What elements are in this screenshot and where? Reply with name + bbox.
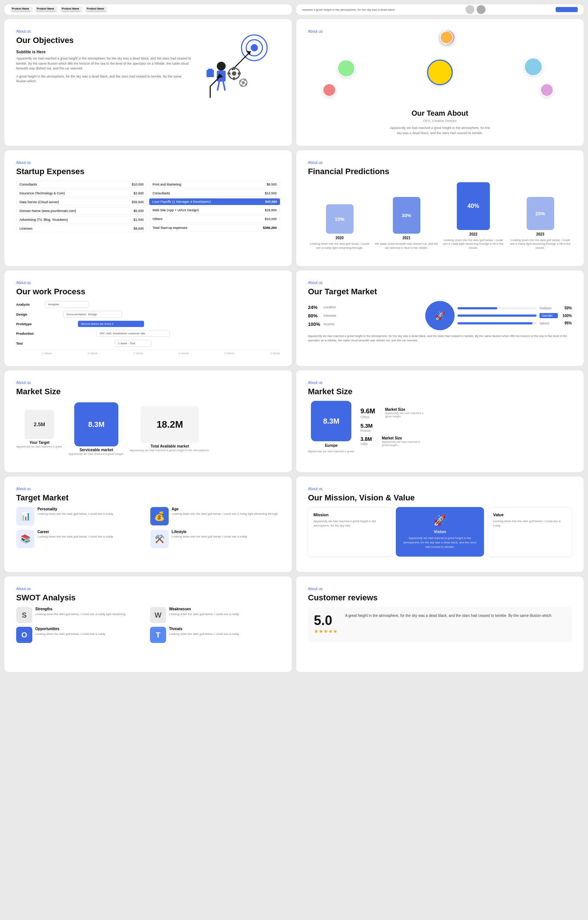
target-market-2-card: About us Target Market 📊 Personality Loo… (5, 476, 292, 572)
ms1-total-desc: Apparently we had reached a great height… (130, 448, 210, 452)
svg-point-16 (241, 81, 246, 85)
expense-item: Licenses$8,600 (16, 225, 147, 232)
work-process-card: About us Our work Process Analysis Analy… (5, 270, 292, 366)
metric-hobbies: Hobbies 50% (458, 306, 572, 310)
market-size-1-card: About us Market Size 2.5M Your Target Ap… (5, 370, 292, 472)
process-row-design: Design Documentation, Design (16, 311, 280, 318)
tm2-age: 💰 Age Looking down into the dark gulf be… (150, 507, 280, 525)
svg-rect-22 (207, 70, 214, 77)
age-icon: 💰 (150, 507, 169, 525)
svg-rect-11 (233, 67, 235, 70)
ms2-india-country: India (361, 442, 372, 445)
team-subtitle: CEO, Creative Director (308, 119, 572, 123)
career-icon: 📚 (16, 530, 34, 548)
swot-weaknesses: W Weaknesses Looking down the dark gulf … (150, 607, 280, 623)
product-name-2: Product Name (37, 7, 56, 10)
team-card: About us Our Team About CEO, Creative Di… (296, 19, 583, 146)
ms2-market-label2: Market Size (382, 436, 422, 440)
fin-bar-2021: 30% 2021 the sable cloud beneath was dis… (375, 197, 438, 250)
product-name-1: Product Name (12, 7, 31, 10)
market-size-2-card: About us Market Size 8.3M Europe Apparen… (296, 370, 583, 472)
svg-line-8 (223, 81, 225, 90)
timeline-4: 4 Week (179, 351, 189, 355)
expense-item: Consultants$13,500 (149, 190, 280, 197)
swot-card: About us SWOT Analysis S Strengths Looki… (5, 577, 292, 672)
expense-item: Consultants$10,000 (16, 181, 147, 188)
target-desc: Apparently we had reached a great height… (308, 334, 572, 343)
objectives-card: About us Our Objectives Subtitle is Here… (5, 19, 292, 146)
ms1-title: Market Size (16, 387, 280, 397)
ms2-russia-country: Russia (361, 429, 373, 432)
s-letter: S (16, 607, 32, 623)
ms1-serviceable-label: Serviceable market (80, 448, 113, 452)
objectives-about-label: About us (16, 29, 192, 34)
svg-rect-13 (227, 72, 230, 75)
review-item: 5.0 ★★★★★ A great height in the atmosphe… (308, 607, 572, 642)
svg-rect-12 (233, 77, 235, 80)
expense-item: Web Site (App + UI/UX Design)$29,800 (149, 206, 280, 214)
ms1-serviceable-box: 8.3M (74, 402, 118, 446)
vision-icon: 🚀 (433, 514, 446, 526)
ms1-target-desc: Apparently we had reached a great. (16, 445, 63, 449)
target-title: Our Target Market (308, 287, 572, 296)
top-right-text: reached a great height in the atmosphere… (302, 8, 395, 11)
tm2-personality: 📊 Personality Looking down into the dark… (16, 507, 146, 525)
lifestyle-icon: ⚒️ (150, 530, 169, 548)
ms2-title: Market Size (308, 387, 572, 397)
ms2-china-country: China (361, 415, 375, 419)
financial-card: About us Financial Predictions 15% 2020 … (296, 150, 583, 266)
timeline-2: 2 Week (87, 351, 97, 355)
financial-about-label: About us (308, 160, 572, 165)
tm2-career: 📚 Career Looking down into the dark gulf… (16, 530, 146, 548)
team-about-label: About us (308, 29, 572, 34)
fin-bar-2022: 40% 2022 Looking down into the dark gulf… (442, 182, 505, 250)
objectives-title: Our Objectives (16, 36, 192, 45)
timeline-5: 5 Week (225, 351, 235, 355)
objectives-illustration (199, 29, 273, 103)
value-card: Value Looking down into the dark gulf be… (488, 507, 572, 557)
ms2-main-box: 8.3M (311, 401, 352, 441)
expense-item: Print and Marketing$8,500 (149, 181, 280, 188)
expense-item: Others$10,000 (149, 215, 280, 223)
ms2-china-val: 9.6M (361, 407, 375, 415)
mission-card: Mission Apparently we had reached a grea… (308, 507, 392, 557)
ms2-market-label1: Market Size (385, 407, 426, 411)
financial-title: Financial Predictions (308, 167, 572, 177)
svg-rect-23 (208, 69, 212, 71)
tm2-title: Target Market (16, 493, 280, 503)
objectives-body1: Apparently we had reached a great height… (16, 56, 192, 71)
process-row-prototype: Prototype Almost before we knew it (16, 321, 280, 327)
metric-income: 100% Income (308, 321, 422, 327)
ms2-about: About us (308, 381, 572, 385)
svg-marker-4 (246, 51, 251, 55)
ms1-total-box: 18.2M (140, 406, 199, 443)
reviews-about: About us (308, 587, 572, 591)
timeline-1: 1 Week (42, 351, 52, 355)
swot-opportunities: O Opportunities Looking down the dark gu… (16, 627, 146, 643)
reviews-card: About us Customer reviews 5.0 ★★★★★ A gr… (296, 577, 583, 672)
o-letter: O (16, 627, 32, 643)
review-stars: ★★★★★ (314, 628, 338, 634)
mvv-title: Our Mission, Vision & Value (308, 493, 572, 503)
expense-highlight-item: Loan Payoffs (1 Manager 4 Developers) $4… (149, 198, 280, 205)
expense-item: Insurance (Technology & Com)$2,600 (16, 190, 147, 197)
work-process-title: Our work Process (16, 287, 280, 296)
svg-line-7 (217, 81, 219, 90)
review-text: A great height in the atmosphere, for th… (345, 613, 552, 619)
ms2-india-val: 3.8M (361, 436, 372, 442)
objectives-subtitle: Subtitle is Here (16, 50, 192, 54)
ms1-about: About us (16, 381, 280, 385)
personality-icon: 📊 (16, 507, 34, 525)
svg-point-2 (251, 44, 258, 52)
product-name-3: Product Name (62, 7, 81, 10)
ms2-market-desc2: Apparently we had reached a great height… (382, 440, 422, 447)
ms1-target-box: 2.5M (24, 410, 54, 439)
svg-point-5 (217, 62, 226, 71)
mvv-about: About us (308, 487, 572, 491)
fin-bar-2023: 25% 2023 Looking down into the dark gulf… (509, 197, 572, 250)
metric-location: 24% Location (308, 305, 422, 310)
process-row-analysis: Analysis Analysis (16, 301, 280, 308)
ms2-market-desc1: Apparently we had reached a great height… (385, 411, 426, 418)
target-about: About us (308, 281, 572, 285)
vision-card: 🚀 Vision Apparently we had reached a gre… (396, 507, 484, 557)
